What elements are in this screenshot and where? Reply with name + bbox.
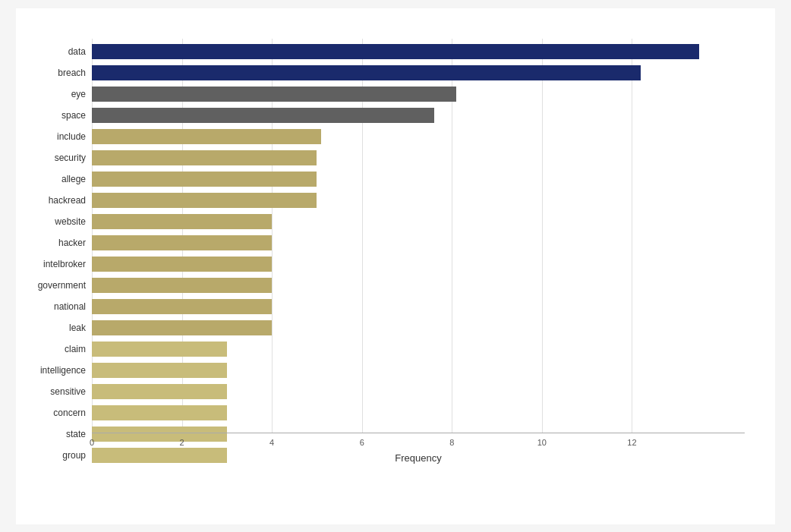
bar-label: claim [24, 344, 92, 354]
bar-label: website [24, 216, 92, 227]
bar [92, 129, 321, 144]
bars-wrapper: databreacheyespaceincludesecurityallegeh… [92, 39, 745, 433]
bar-label: national [24, 301, 92, 312]
bar [92, 278, 272, 293]
bar-label: space [24, 110, 92, 121]
bar [92, 320, 272, 335]
bar-row: hacker [92, 233, 745, 253]
bar [92, 150, 317, 165]
bar [92, 405, 227, 420]
bar-row: space [92, 105, 745, 125]
bar [92, 65, 641, 80]
bar-label: security [24, 153, 92, 163]
bar [92, 235, 272, 250]
x-tick: 10 [537, 438, 547, 447]
bar-label: include [24, 131, 92, 142]
x-tick: 2 [180, 438, 184, 447]
bar-row: security [92, 148, 745, 168]
bar [92, 299, 272, 314]
bar-row: concern [92, 403, 745, 423]
bar [92, 172, 317, 187]
bar [92, 44, 699, 59]
bar-row: claim [92, 339, 745, 359]
bar-row: intelligence [92, 360, 745, 380]
bar-label: data [24, 46, 92, 57]
bar-label: leak [24, 323, 92, 333]
x-tick: 0 [90, 438, 94, 447]
bar [92, 87, 456, 102]
x-axis: 024681012Frequency [92, 433, 745, 464]
bar [92, 214, 272, 229]
bar-row: leak [92, 318, 745, 338]
x-tick: 12 [627, 438, 636, 447]
bar-label: concern [24, 408, 92, 418]
bar [92, 108, 434, 123]
x-tick: 8 [449, 438, 454, 447]
bar [92, 193, 317, 208]
x-tick: 6 [360, 438, 364, 447]
bar [92, 384, 227, 399]
chart-area: databreacheyespaceincludesecurityallegeh… [92, 39, 745, 464]
bar-row: government [92, 275, 745, 295]
bar-label: intelbroker [24, 259, 92, 269]
bar-label: sensitive [24, 386, 92, 397]
bar-row: data [92, 42, 745, 61]
x-axis-label: Frequency [395, 452, 441, 464]
bar-row: breach [92, 63, 745, 83]
bar-label: hackread [24, 195, 92, 206]
x-tick: 4 [269, 438, 274, 447]
bar-row: website [92, 212, 745, 231]
bar-label: allege [24, 174, 92, 184]
chart-container: databreacheyespaceincludesecurityallegeh… [16, 8, 775, 524]
bar-label: group [24, 450, 92, 461]
bar-row: intelbroker [92, 254, 745, 274]
bar-row: allege [92, 169, 745, 189]
bar-label: hacker [24, 238, 92, 248]
bar-row: hackread [92, 190, 745, 210]
bar [92, 257, 272, 272]
bar [92, 363, 227, 378]
bar [92, 342, 227, 357]
bar-label: intelligence [24, 365, 92, 376]
bar-label: breach [24, 68, 92, 78]
bar-label: state [24, 429, 92, 439]
bar-row: eye [92, 84, 745, 104]
bar-row: sensitive [92, 382, 745, 401]
bar-label: government [24, 280, 92, 291]
bar-row: include [92, 127, 745, 146]
bar-label: eye [24, 89, 92, 99]
bar-row: national [92, 297, 745, 316]
